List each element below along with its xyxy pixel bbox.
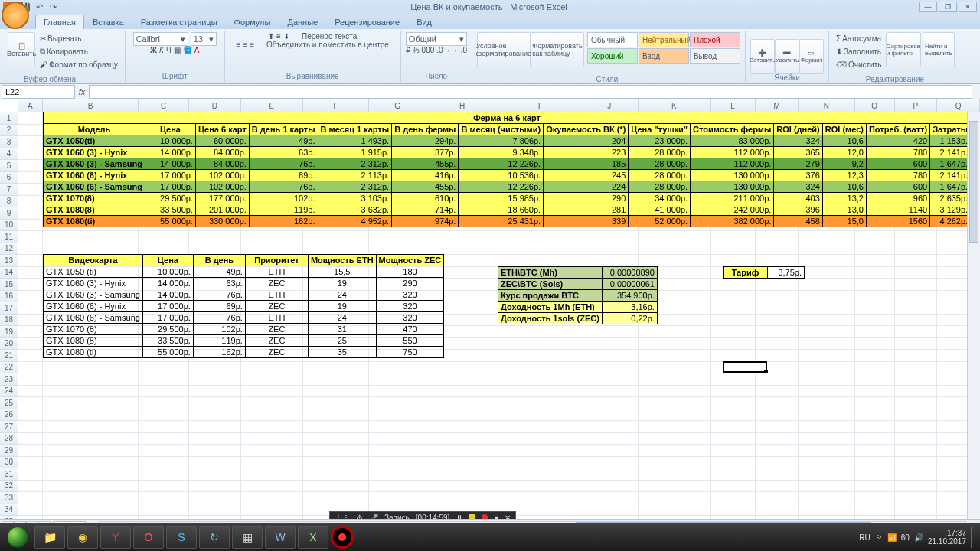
cards-cell[interactable]: ETH <box>245 289 308 301</box>
farm-cell[interactable]: 10,6 <box>822 181 866 193</box>
farm-cell[interactable]: 28 000р. <box>629 170 691 181</box>
cards-cell[interactable]: ZEC <box>245 347 308 358</box>
style-normal[interactable]: Обычный <box>587 32 638 47</box>
rec-stop-icon[interactable]: ■ <box>494 514 498 520</box>
row-header[interactable]: 3 <box>0 136 18 148</box>
align-top-button[interactable]: ⬆ <box>268 32 274 41</box>
font-color-button[interactable]: A <box>194 46 200 54</box>
font-size-select[interactable]: 13▾ <box>191 32 217 46</box>
cards-cell[interactable]: ZEC <box>245 324 308 335</box>
farm-cell[interactable]: 102 000р. <box>195 170 249 181</box>
align-bottom-button[interactable]: ⬇ <box>283 32 289 41</box>
cards-cell[interactable]: 55 000р. <box>142 347 193 358</box>
underline-button[interactable]: Ч <box>166 46 172 54</box>
farm-cell[interactable]: 290 <box>544 193 629 204</box>
tab-view[interactable]: Вид <box>408 15 440 29</box>
start-button[interactable] <box>3 526 32 549</box>
cards-cell[interactable]: ETH <box>245 312 308 324</box>
farm-cell[interactable]: GTX 1060 (3) - Hynix <box>44 147 145 158</box>
row-header[interactable]: 20 <box>0 338 18 350</box>
cards-cell[interactable]: GTX 1070 (8) <box>44 324 143 335</box>
sort-filter-button[interactable]: Сортировка и фильтр <box>886 32 921 67</box>
style-good[interactable]: Хороший <box>587 48 638 64</box>
col-header-C[interactable]: C <box>139 99 189 112</box>
rec-mic-icon[interactable]: 🎤 <box>369 514 378 520</box>
farm-cell[interactable]: 10 536р. <box>459 170 544 181</box>
name-box[interactable]: L22 <box>2 85 75 99</box>
taskbar-chrome[interactable]: ◉ <box>67 526 98 549</box>
farm-cell[interactable]: 12,0 <box>822 147 866 158</box>
cards-cell[interactable]: 320 <box>376 289 444 301</box>
insert-cells-button[interactable]: ➕Вставить <box>750 39 775 74</box>
style-output[interactable]: Вывод <box>690 48 740 64</box>
tab-data[interactable]: Данные <box>279 15 326 29</box>
formula-input[interactable] <box>89 85 972 99</box>
cards-cell[interactable]: 25 <box>308 335 376 347</box>
inc-decimal-button[interactable]: .0→ <box>436 46 450 54</box>
row-header[interactable]: 30 <box>0 457 18 469</box>
farm-cell[interactable]: 15,0 <box>822 216 866 227</box>
cards-cell[interactable]: GTX 1060 (6) - Hynix <box>44 301 143 312</box>
col-header-A[interactable]: A <box>18 99 43 112</box>
farm-cell[interactable]: 17 000р. <box>145 170 195 181</box>
farm-cell[interactable]: 365 <box>774 147 822 158</box>
cards-cell[interactable]: 24 <box>308 312 376 324</box>
farm-cell[interactable]: 2 635р. <box>930 193 971 204</box>
cards-cell[interactable]: 49р. <box>193 266 245 278</box>
row-header[interactable]: 10 <box>0 220 18 232</box>
row-header[interactable]: 28 <box>0 433 18 445</box>
fill-button[interactable]: ⬇Заполнить <box>834 45 884 57</box>
rec-marker-icon[interactable] <box>469 514 475 519</box>
taskbar-word[interactable]: W <box>265 526 296 549</box>
row-header[interactable]: 29 <box>0 445 18 457</box>
rate-value[interactable]: 354 900р. <box>602 290 657 302</box>
row-header[interactable]: 8 <box>0 196 18 208</box>
farm-cell[interactable]: 14 000р. <box>145 147 195 158</box>
farm-cell[interactable]: GTX 1080(8) <box>44 204 145 216</box>
rate-value[interactable]: 0,22р. <box>602 313 657 324</box>
cards-cell[interactable]: 19 <box>308 278 376 289</box>
farm-cell[interactable]: GTX 1050(ti) <box>44 135 145 147</box>
farm-cell[interactable]: 211 000р. <box>691 193 774 204</box>
farm-cell[interactable]: 17 000р. <box>145 181 195 193</box>
taskbar-recorder[interactable] <box>331 526 354 549</box>
align-middle-button[interactable]: ≡ <box>276 32 281 41</box>
farm-cell[interactable]: 185 <box>544 158 629 170</box>
farm-cell[interactable]: 177 000р. <box>195 193 249 204</box>
farm-cell[interactable]: 76р. <box>249 158 318 170</box>
cards-cell[interactable]: 19 <box>308 301 376 312</box>
column-headers[interactable]: ABCDEFGHIJKLMNOPQ <box>18 99 980 112</box>
row-header[interactable]: 26 <box>0 409 18 422</box>
row-header[interactable]: 5 <box>0 160 18 172</box>
farm-cell[interactable]: 610р. <box>392 193 459 204</box>
cards-cell[interactable]: 320 <box>376 312 444 324</box>
row-header[interactable]: 24 <box>0 386 18 398</box>
farm-cell[interactable]: 780 <box>866 147 929 158</box>
farm-cell[interactable]: 83 000р. <box>691 135 774 147</box>
col-header-M[interactable]: M <box>756 99 799 112</box>
taskbar-app[interactable]: ▦ <box>232 526 263 549</box>
comma-button[interactable]: 000 <box>422 46 435 54</box>
farm-cell[interactable]: 33 500р. <box>145 204 195 216</box>
farm-cell[interactable]: 2 312р. <box>318 181 392 193</box>
row-header[interactable]: 12 <box>0 243 18 256</box>
farm-cell[interactable]: 14 000р. <box>145 158 195 170</box>
cards-cell[interactable]: ETH <box>245 266 308 278</box>
farm-cell[interactable]: 10 000р. <box>145 135 195 147</box>
merge-center-button[interactable]: Объединить и поместить в центре <box>266 41 389 49</box>
farm-cell[interactable]: 780 <box>866 170 929 181</box>
farm-cell[interactable]: 112 000р. <box>691 147 774 158</box>
tab-layout[interactable]: Разметка страницы <box>132 15 226 29</box>
farm-cell[interactable]: 130 000р. <box>691 170 774 181</box>
farm-cell[interactable]: 339 <box>544 216 629 227</box>
maximize-button[interactable]: ❐ <box>939 2 957 12</box>
farm-cell[interactable]: 28 000р. <box>629 147 691 158</box>
rec-settings-icon[interactable]: ⚙ <box>356 514 363 520</box>
minimize-button[interactable]: — <box>919 2 937 12</box>
farm-cell[interactable]: 600 <box>866 181 929 193</box>
farm-cell[interactable]: 13,0 <box>822 204 866 216</box>
cards-cell[interactable]: 14 000р. <box>142 289 193 301</box>
farm-cell[interactable]: 974р. <box>392 216 459 227</box>
farm-cell[interactable]: 420 <box>866 135 929 147</box>
row-header[interactable]: 11 <box>0 231 18 243</box>
